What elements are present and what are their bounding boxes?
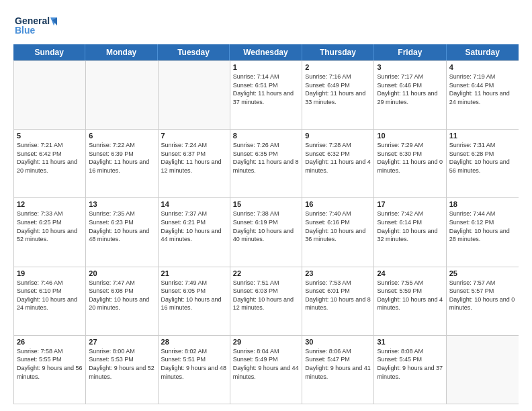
day-number: 10 <box>377 132 443 140</box>
cell-info: Sunrise: 8:04 AMSunset: 5:49 PMDaylight:… <box>233 347 299 381</box>
cell-info: Sunrise: 7:24 AMSunset: 6:37 PMDaylight:… <box>161 141 227 175</box>
cell-info: Sunrise: 7:14 AMSunset: 6:51 PMDaylight:… <box>233 73 299 106</box>
day-number: 3 <box>377 63 443 71</box>
header-day-friday: Friday <box>374 44 446 60</box>
cell-info: Sunrise: 7:21 AMSunset: 6:42 PMDaylight:… <box>17 141 83 175</box>
day-number: 11 <box>449 132 516 140</box>
calendar-cell: 16Sunrise: 7:40 AMSunset: 6:16 PMDayligh… <box>302 198 374 266</box>
cell-info: Sunrise: 7:53 AMSunset: 6:01 PMDaylight:… <box>305 279 371 312</box>
calendar-cell: 2Sunrise: 7:16 AMSunset: 6:49 PMDaylight… <box>302 61 374 129</box>
header: General Blue <box>13 12 519 39</box>
day-number: 1 <box>233 63 299 71</box>
calendar-cell: 23Sunrise: 7:53 AMSunset: 6:01 PMDayligh… <box>302 267 374 335</box>
cell-info: Sunrise: 7:46 AMSunset: 6:10 PMDaylight:… <box>17 279 83 312</box>
calendar-cell: 31Sunrise: 8:08 AMSunset: 5:45 PMDayligh… <box>374 336 446 404</box>
calendar-cell: 5Sunrise: 7:21 AMSunset: 6:42 PMDaylight… <box>14 130 86 197</box>
day-number: 8 <box>233 132 299 140</box>
day-number: 4 <box>449 63 516 71</box>
calendar-cell: 28Sunrise: 8:02 AMSunset: 5:51 PMDayligh… <box>159 336 230 404</box>
page: General Blue SundayMondayTuesdayWednesda… <box>0 0 532 411</box>
cell-info: Sunrise: 7:40 AMSunset: 6:16 PMDaylight:… <box>305 210 371 243</box>
calendar: SundayMondayTuesdayWednesdayThursdayFrid… <box>13 44 519 404</box>
header-day-wednesday: Wednesday <box>230 44 302 60</box>
day-number: 13 <box>89 200 154 208</box>
calendar-cell: 1Sunrise: 7:14 AMSunset: 6:51 PMDaylight… <box>230 61 302 129</box>
cell-info: Sunrise: 8:06 AMSunset: 5:47 PMDaylight:… <box>305 347 371 381</box>
week-row-1: 1Sunrise: 7:14 AMSunset: 6:51 PMDaylight… <box>14 60 519 129</box>
calendar-cell: 10Sunrise: 7:29 AMSunset: 6:30 PMDayligh… <box>374 130 446 197</box>
day-number: 22 <box>233 269 299 277</box>
calendar-cell: 14Sunrise: 7:37 AMSunset: 6:21 PMDayligh… <box>159 198 230 266</box>
cell-info: Sunrise: 7:16 AMSunset: 6:49 PMDaylight:… <box>305 73 371 106</box>
calendar-cell: 22Sunrise: 7:51 AMSunset: 6:03 PMDayligh… <box>230 267 302 335</box>
logo: General Blue <box>13 12 57 39</box>
logo-icon: General Blue <box>13 12 57 39</box>
header-day-saturday: Saturday <box>447 44 519 60</box>
header-day-sunday: Sunday <box>13 44 85 60</box>
calendar-cell <box>159 61 230 129</box>
calendar-cell: 30Sunrise: 8:06 AMSunset: 5:47 PMDayligh… <box>302 336 374 404</box>
calendar-cell: 13Sunrise: 7:35 AMSunset: 6:23 PMDayligh… <box>86 198 158 266</box>
day-number: 24 <box>377 269 443 277</box>
week-row-3: 12Sunrise: 7:33 AMSunset: 6:25 PMDayligh… <box>14 197 519 266</box>
calendar-cell: 6Sunrise: 7:22 AMSunset: 6:39 PMDaylight… <box>86 130 158 197</box>
day-number: 12 <box>17 200 83 208</box>
cell-info: Sunrise: 7:17 AMSunset: 6:46 PMDaylight:… <box>377 73 443 106</box>
day-number: 18 <box>449 200 516 208</box>
calendar-cell: 18Sunrise: 7:44 AMSunset: 6:12 PMDayligh… <box>447 198 519 266</box>
calendar-cell <box>14 61 86 129</box>
day-number: 19 <box>17 269 83 277</box>
day-number: 30 <box>305 338 371 346</box>
calendar-cell: 17Sunrise: 7:42 AMSunset: 6:14 PMDayligh… <box>374 198 446 266</box>
day-number: 25 <box>449 269 516 277</box>
cell-info: Sunrise: 7:47 AMSunset: 6:08 PMDaylight:… <box>89 279 154 312</box>
day-number: 7 <box>161 132 227 140</box>
cell-info: Sunrise: 7:33 AMSunset: 6:25 PMDaylight:… <box>17 210 83 243</box>
calendar-cell: 15Sunrise: 7:38 AMSunset: 6:19 PMDayligh… <box>230 198 302 266</box>
calendar-cell: 24Sunrise: 7:55 AMSunset: 5:59 PMDayligh… <box>374 267 446 335</box>
cell-info: Sunrise: 7:55 AMSunset: 5:59 PMDaylight:… <box>377 279 443 312</box>
calendar-cell: 12Sunrise: 7:33 AMSunset: 6:25 PMDayligh… <box>14 198 86 266</box>
cell-info: Sunrise: 7:35 AMSunset: 6:23 PMDaylight:… <box>89 210 154 243</box>
cell-info: Sunrise: 7:49 AMSunset: 6:05 PMDaylight:… <box>161 279 227 312</box>
calendar-cell: 27Sunrise: 8:00 AMSunset: 5:53 PMDayligh… <box>86 336 158 404</box>
day-number: 31 <box>377 338 443 346</box>
calendar-cell: 9Sunrise: 7:28 AMSunset: 6:32 PMDaylight… <box>302 130 374 197</box>
calendar-cell: 8Sunrise: 7:26 AMSunset: 6:35 PMDaylight… <box>230 130 302 197</box>
day-number: 26 <box>17 338 83 346</box>
cell-info: Sunrise: 7:37 AMSunset: 6:21 PMDaylight:… <box>161 210 227 243</box>
day-number: 20 <box>89 269 154 277</box>
cell-info: Sunrise: 7:31 AMSunset: 6:28 PMDaylight:… <box>449 141 516 175</box>
day-number: 28 <box>161 338 227 346</box>
calendar-cell: 21Sunrise: 7:49 AMSunset: 6:05 PMDayligh… <box>159 267 230 335</box>
calendar-cell <box>447 336 519 404</box>
day-number: 14 <box>161 200 227 208</box>
header-day-monday: Monday <box>85 44 157 60</box>
cell-info: Sunrise: 7:26 AMSunset: 6:35 PMDaylight:… <box>233 141 299 175</box>
day-number: 2 <box>305 63 371 71</box>
calendar-cell: 11Sunrise: 7:31 AMSunset: 6:28 PMDayligh… <box>447 130 519 197</box>
day-number: 16 <box>305 200 371 208</box>
cell-info: Sunrise: 7:38 AMSunset: 6:19 PMDaylight:… <box>233 210 299 243</box>
calendar-cell: 4Sunrise: 7:19 AMSunset: 6:44 PMDaylight… <box>447 61 519 129</box>
week-row-2: 5Sunrise: 7:21 AMSunset: 6:42 PMDaylight… <box>14 129 519 197</box>
cell-info: Sunrise: 7:51 AMSunset: 6:03 PMDaylight:… <box>233 279 299 312</box>
cell-info: Sunrise: 7:57 AMSunset: 5:57 PMDaylight:… <box>449 279 516 312</box>
cell-info: Sunrise: 8:00 AMSunset: 5:53 PMDaylight:… <box>89 347 154 381</box>
calendar-body: 1Sunrise: 7:14 AMSunset: 6:51 PMDaylight… <box>13 60 519 404</box>
day-number: 17 <box>377 200 443 208</box>
header-day-tuesday: Tuesday <box>158 44 230 60</box>
cell-info: Sunrise: 7:19 AMSunset: 6:44 PMDaylight:… <box>449 73 516 106</box>
cell-info: Sunrise: 7:42 AMSunset: 6:14 PMDaylight:… <box>377 210 443 243</box>
svg-text:Blue: Blue <box>15 25 36 36</box>
cell-info: Sunrise: 7:29 AMSunset: 6:30 PMDaylight:… <box>377 141 443 175</box>
calendar-cell: 7Sunrise: 7:24 AMSunset: 6:37 PMDaylight… <box>159 130 230 197</box>
day-number: 21 <box>161 269 227 277</box>
day-number: 29 <box>233 338 299 346</box>
cell-info: Sunrise: 8:02 AMSunset: 5:51 PMDaylight:… <box>161 347 227 381</box>
cell-info: Sunrise: 7:22 AMSunset: 6:39 PMDaylight:… <box>89 141 154 175</box>
cell-info: Sunrise: 8:08 AMSunset: 5:45 PMDaylight:… <box>377 347 443 381</box>
cell-info: Sunrise: 7:28 AMSunset: 6:32 PMDaylight:… <box>305 141 371 175</box>
week-row-5: 26Sunrise: 7:58 AMSunset: 5:55 PMDayligh… <box>14 335 519 404</box>
calendar-cell: 20Sunrise: 7:47 AMSunset: 6:08 PMDayligh… <box>86 267 158 335</box>
